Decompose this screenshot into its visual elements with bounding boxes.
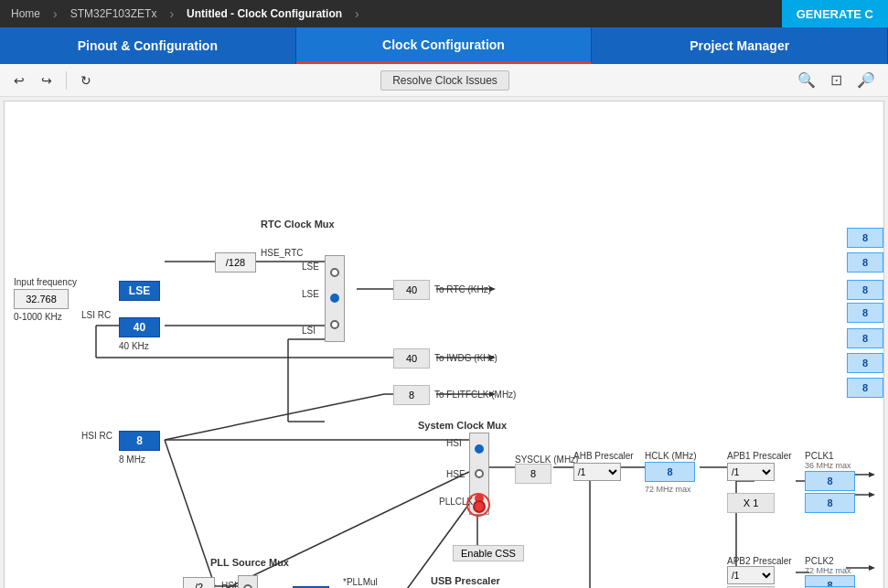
fit-button[interactable]: ⊡ [825, 69, 848, 91]
ahb-prescaler-label: AHB Prescaler [573, 451, 634, 461]
usb-prescaler-title: USB Prescaler [431, 575, 500, 586]
pclk2-max: 72 MHz max [805, 566, 851, 575]
div2-box: /2 [183, 577, 215, 588]
sysclk-mux-radio-hsi[interactable] [475, 444, 484, 454]
svg-line-20 [165, 472, 469, 588]
redo-button[interactable]: ↪ [35, 70, 59, 91]
input-freq-1-label: Input frequency [14, 277, 77, 287]
pll-source-mux-title: PLL Source Mux [210, 557, 289, 568]
hse-sys-label: HSE [446, 469, 465, 479]
zoom-out-button[interactable]: 🔎 [851, 69, 881, 91]
flit-value-box: 8 [393, 385, 430, 405]
breadcrumb-arrow-3: › [355, 6, 359, 21]
sysclk-value-box: 8 [515, 464, 551, 484]
pclk2-label: PCLK2 [805, 556, 834, 566]
breadcrumb-bar: Home › STM32F103ZETx › Untitled - Clock … [0, 0, 888, 27]
hsi-rc-box[interactable]: 8 [119, 431, 160, 451]
rtc-mux-title: RTC Clock Mux [261, 219, 335, 230]
lsi-rc-unit: 40 KHz [119, 341, 149, 351]
hclk-max: 72 MHz max [645, 485, 691, 494]
svg-marker-34 [869, 492, 875, 497]
undo-button[interactable]: ↩ [7, 70, 31, 91]
rtc-mux-radio-hse[interactable] [330, 268, 339, 277]
tab-pinout[interactable]: Pinout & Configuration [0, 27, 296, 64]
pclk1-value-box: 8 [805, 471, 855, 491]
pllclk-label: PLLCLK [439, 497, 473, 507]
lsi-rc-box[interactable]: 40 [119, 317, 160, 337]
to-iwdg-label: To IWDG (KHz) [434, 353, 497, 363]
zoom-in-button[interactable]: 🔍 [792, 69, 821, 91]
svg-line-41 [165, 440, 215, 586]
input-freq-1-range: 0-1000 KHz [14, 312, 62, 322]
diagram: RTC Clock Mux System Clock Mux PLL Sourc… [5, 102, 883, 588]
hse-rtc-label: HSE_RTC [261, 248, 304, 258]
apb1-prescaler-select[interactable]: /1 [727, 463, 775, 481]
output-box-3: 8 [847, 280, 883, 300]
input-freq-1-value[interactable]: 32.768 [14, 289, 69, 309]
div128-box: /128 [215, 252, 256, 273]
pll-source-mux[interactable] [238, 575, 258, 588]
hsi-div2-label: HSI [221, 581, 237, 588]
iwdg-value-box: 40 [393, 348, 430, 369]
toolbar-separator [66, 71, 67, 90]
pllclk-selected-indicator [473, 500, 486, 513]
output-box-7: 8 [847, 378, 883, 398]
pclk1-max: 36 MHz max [805, 461, 851, 470]
generate-button[interactable]: GENERATE C [782, 0, 888, 27]
ahb-prescaler-select[interactable]: /1 [573, 463, 621, 481]
rtc-value-box: 40 [393, 280, 430, 300]
enable-css-button[interactable]: Enable CSS [453, 545, 524, 561]
lsi-rc-label: LSI RC [81, 310, 111, 320]
resolve-clock-button[interactable]: Resolve Clock Issues [380, 70, 509, 91]
x1-value-box: 8 [805, 493, 855, 513]
lsi-mux-label: LSI [302, 326, 316, 336]
hclk-label: HCLK (MHz) [645, 451, 697, 461]
breadcrumb-mcu[interactable]: STM32F103ZETx [59, 0, 168, 27]
rtc-mux-radio-lsi[interactable] [330, 320, 339, 329]
hsi-rc-unit: 8 MHz [119, 454, 145, 465]
output-box-4: 8 [847, 303, 883, 323]
to-flit-label: To FLITFCLK (MHz) [434, 390, 516, 400]
output-box-5: 8 [847, 328, 883, 348]
tab-clock[interactable]: Clock Configuration [296, 27, 593, 64]
breadcrumb-project[interactable]: Untitled - Clock Configuration [176, 0, 353, 27]
clock-diagram-canvas: RTC Clock Mux System Clock Mux PLL Sourc… [4, 101, 884, 588]
hclk-value-box: 8 [645, 462, 695, 482]
lse-box[interactable]: LSE [119, 281, 160, 301]
output-box-6: 8 [847, 353, 883, 373]
rtc-mux[interactable] [325, 255, 345, 342]
x1-box: X 1 [727, 493, 775, 513]
pll-mux-radio-hsi[interactable] [243, 584, 252, 588]
output-box-2: 8 [847, 252, 883, 273]
svg-line-15 [165, 394, 384, 440]
tab-project[interactable]: Project Manager [592, 27, 888, 64]
svg-marker-32 [869, 472, 875, 477]
lse2-mux-label: LSE [302, 289, 319, 299]
lse-mux-label: LSE [302, 262, 319, 272]
breadcrumb-arrow-1: › [53, 6, 58, 21]
apb2-prescaler-label: APB2 Prescaler [727, 556, 792, 566]
output-box-1: 8 [847, 228, 883, 248]
hsi-sys-label: HSI [446, 438, 462, 448]
rtc-mux-radio-lse[interactable] [330, 294, 339, 303]
svg-marker-36 [869, 565, 875, 571]
breadcrumb-home[interactable]: Home [0, 0, 51, 27]
tab-bar: Pinout & Configuration Clock Configurati… [0, 27, 888, 64]
pllmul-label: *PLLMul [343, 577, 378, 587]
breadcrumb-arrow-2: › [169, 6, 174, 21]
apb2-prescaler-select[interactable]: /1 [727, 566, 775, 584]
to-rtc-label: To RTC (KHz) [434, 284, 491, 294]
sysclk-mux-radio-hse[interactable] [475, 469, 484, 478]
hsi-rc-label: HSI RC [81, 431, 112, 441]
sysclk-mux-title: System Clock Mux [418, 420, 507, 431]
apb1-prescaler-label: APB1 Prescaler [727, 451, 792, 461]
pclk1-label: PCLK1 [805, 451, 834, 461]
refresh-button[interactable]: ↻ [74, 70, 98, 91]
toolbar: ↩ ↪ ↻ Resolve Clock Issues 🔍 ⊡ 🔎 [0, 64, 888, 97]
